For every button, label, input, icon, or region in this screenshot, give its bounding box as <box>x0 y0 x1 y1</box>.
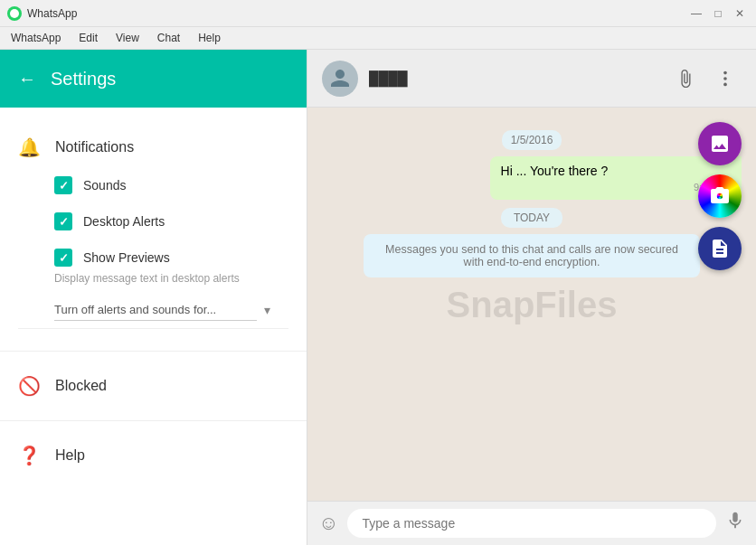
chevron-down-icon: ▾ <box>264 303 270 317</box>
emoji-button[interactable]: ☺ <box>318 512 338 535</box>
bell-icon: 🔔 <box>18 136 41 158</box>
document-fab[interactable] <box>698 227 742 270</box>
show-previews-label: Show Previews <box>83 250 170 265</box>
help-icon: ❓ <box>18 445 41 466</box>
gallery-fab[interactable] <box>698 122 742 165</box>
mute-dropdown[interactable]: Turn off alerts and sounds for... <box>54 299 257 321</box>
mute-dropdown-wrapper: Turn off alerts and sounds for... ▾ <box>18 292 288 329</box>
chat-area[interactable]: SnapFiles 1/5/2016 Hi ... You're there <box>307 108 756 501</box>
desktop-alerts-item: Desktop Alerts <box>18 203 288 240</box>
today-badge: TODAY <box>322 209 742 225</box>
chat-header-actions <box>669 62 742 95</box>
notifications-label: Notifications <box>55 139 134 155</box>
section-divider-2 <box>0 420 307 421</box>
microphone-button[interactable] <box>725 511 745 536</box>
menu-chat[interactable]: Chat <box>150 30 187 46</box>
maximize-button[interactable]: □ <box>709 5 727 23</box>
show-previews-checkbox[interactable] <box>54 249 72 267</box>
help-header[interactable]: ❓ Help <box>18 436 288 475</box>
title-bar: WhatsApp — □ ✕ <box>0 0 756 27</box>
svg-point-1 <box>723 70 727 74</box>
menu-view[interactable]: View <box>109 30 146 46</box>
window-controls: — □ ✕ <box>687 5 749 23</box>
svg-point-2 <box>723 77 727 80</box>
notifications-section: 🔔 Notifications Sounds Desktop Alerts Sh… <box>0 117 307 347</box>
message-input[interactable] <box>347 509 716 538</box>
settings-title: Settings <box>51 69 116 89</box>
watermark: SnapFiles <box>447 284 618 324</box>
message-time-1: 9:42 PM <box>501 182 731 193</box>
attach-button[interactable] <box>669 62 702 95</box>
chat-input-area: ☺ <box>307 501 756 545</box>
svg-point-0 <box>10 9 19 18</box>
help-section: ❓ Help <box>0 425 307 486</box>
section-divider <box>0 351 307 352</box>
sounds-checkbox[interactable] <box>54 176 72 194</box>
show-previews-item: Show Previews <box>18 240 288 276</box>
help-label: Help <box>55 447 85 464</box>
avatar <box>322 61 358 97</box>
blocked-icon: 🚫 <box>18 375 41 397</box>
chat-panel: ████ SnapFiles <box>307 50 756 545</box>
chat-header-left: ████ <box>322 61 408 97</box>
settings-content: 🔔 Notifications Sounds Desktop Alerts Sh… <box>0 108 307 545</box>
blocked-section: 🚫 Blocked <box>0 355 307 417</box>
notifications-header[interactable]: 🔔 Notifications <box>18 127 288 167</box>
date-text-1: 1/5/2016 <box>502 130 562 150</box>
sounds-label: Sounds <box>83 178 126 193</box>
today-text: TODAY <box>501 208 562 228</box>
blocked-label: Blocked <box>55 378 107 394</box>
sounds-item: Sounds <box>18 167 288 203</box>
main-content: ← Settings 🔔 Notifications Sounds Deskto… <box>0 50 756 545</box>
more-options-button[interactable] <box>709 62 742 95</box>
camera-fab[interactable] <box>698 174 742 218</box>
message-text-1: Hi ... You're there ? <box>501 164 731 178</box>
desktop-alerts-checkbox[interactable] <box>54 212 72 230</box>
menu-whatsapp[interactable]: WhatsApp <box>4 30 68 46</box>
app-title: WhatsApp <box>27 7 77 20</box>
app-icon <box>7 6 22 21</box>
menu-help[interactable]: Help <box>191 30 228 46</box>
settings-header: ← Settings <box>0 50 307 108</box>
menu-bar: WhatsApp Edit View Chat Help <box>0 27 756 50</box>
chat-header: ████ <box>307 50 756 108</box>
date-badge-1: 1/5/2016 <box>322 131 742 147</box>
close-button[interactable]: ✕ <box>731 5 749 23</box>
show-previews-sub: Display message text in desktop alerts <box>18 272 288 285</box>
encryption-notice: Messages you send to this chat and calls… <box>364 234 699 277</box>
svg-point-3 <box>723 82 727 86</box>
contact-name: ████ <box>369 70 408 86</box>
back-button[interactable]: ← <box>18 69 36 89</box>
blocked-header[interactable]: 🚫 Blocked <box>18 366 288 406</box>
settings-panel: ← Settings 🔔 Notifications Sounds Deskto… <box>0 50 307 545</box>
minimize-button[interactable]: — <box>687 5 705 23</box>
menu-edit[interactable]: Edit <box>71 30 105 46</box>
desktop-alerts-label: Desktop Alerts <box>83 214 165 229</box>
fab-container <box>698 122 742 270</box>
